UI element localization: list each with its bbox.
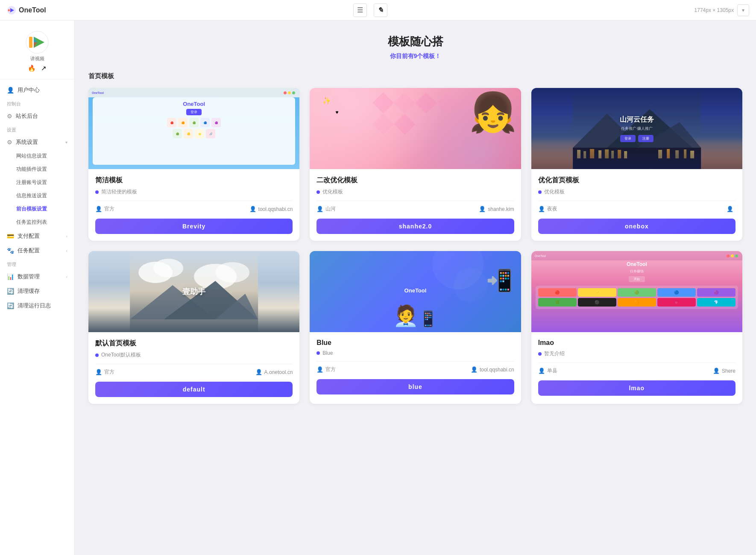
sidebar-item-data-management[interactable]: 📊 数据管理 ‹ bbox=[0, 269, 74, 284]
imao-icon-9: 💗 bbox=[657, 298, 696, 307]
template-title-erga: 二改优化模板 bbox=[316, 176, 514, 185]
sidebar-sub-push[interactable]: 信息推送设置 bbox=[0, 189, 74, 202]
template-btn-erga[interactable]: shanhe2.0 bbox=[316, 219, 514, 234]
template-btn-blue[interactable]: blue bbox=[316, 379, 514, 394]
author-name-blue: 官方 bbox=[325, 366, 336, 373]
thumb-icon-2: 🟠 bbox=[178, 118, 188, 127]
data-icon: 📊 bbox=[7, 273, 14, 280]
thumb-mountain-bg: 山河云任务 任务推广·赚人推广 登录 注册 bbox=[531, 88, 742, 169]
onetool-logo-icon bbox=[7, 6, 16, 15]
template-thumb-optimized: 山河云任务 bbox=[531, 88, 742, 169]
svg-marker-8 bbox=[372, 92, 394, 114]
thumb-icons-row-2: 🟢 🟡 ⭐ 🔗 bbox=[173, 129, 215, 138]
divider-default bbox=[95, 364, 293, 364]
fire-icon[interactable]: 🔥 bbox=[28, 64, 36, 72]
author-icon-brevity: 👤 bbox=[95, 206, 102, 212]
clear-cache-icon: 🔄 bbox=[7, 288, 14, 295]
template-title-default: 默认首页模板 bbox=[95, 339, 293, 348]
template-btn-imao[interactable]: lmao bbox=[538, 380, 735, 396]
anime-heart: ♥ bbox=[335, 109, 338, 115]
link-text-default: A.onetool.cn bbox=[264, 369, 293, 375]
svg-marker-12 bbox=[372, 114, 394, 135]
sidebar-item-label: 任务配置 bbox=[18, 247, 40, 254]
window-dots-brevity bbox=[284, 91, 295, 94]
settings-icon: ⚙ bbox=[7, 139, 12, 146]
sidebar-item-user-center[interactable]: 👤 用户中心 bbox=[0, 83, 74, 97]
task-icon: 🐾 bbox=[7, 247, 14, 254]
blue-figures: 🧑‍💼 📱 bbox=[393, 304, 438, 328]
sidebar-item-system-settings[interactable]: ⚙ 系统设置 ▾ bbox=[0, 135, 74, 149]
svg-point-36 bbox=[215, 262, 249, 283]
sidebar-item-label: 用户中心 bbox=[18, 86, 40, 94]
default-main-text: 壹助手 bbox=[182, 286, 205, 297]
desc-text-imao: 暂无介绍 bbox=[544, 350, 565, 357]
divider-imao bbox=[538, 362, 735, 363]
desc-text-blue: Blue bbox=[322, 350, 333, 356]
thumb-simple-bg: OneTool 登录 🔴 🟠 🟢 🔵 🟣 🟢 bbox=[88, 88, 299, 169]
user-icon: 👤 bbox=[7, 87, 14, 93]
template-btn-optimized[interactable]: onebox bbox=[538, 219, 735, 234]
template-title-imao: lmao bbox=[538, 339, 735, 347]
dot-imao bbox=[538, 352, 542, 356]
author-name-imao: 单县 bbox=[547, 367, 557, 374]
template-desc-imao: 暂无介绍 bbox=[538, 350, 735, 357]
mountain-btn-1: 登录 bbox=[620, 135, 636, 142]
sidebar-sub-site-info[interactable]: 网站信息设置 bbox=[0, 149, 74, 163]
link-icon-optimized: 👤 bbox=[727, 206, 733, 212]
svg-point-41 bbox=[454, 268, 488, 302]
template-desc-brevity: 简洁轻便的模板 bbox=[95, 188, 293, 196]
svg-point-2 bbox=[8, 9, 10, 11]
svg-marker-13 bbox=[394, 114, 415, 135]
imao-icon-grid: 🔴 ⭐ 🟢 🔵 🟣 🌿 ⚫ 🟠 💗 💎 bbox=[536, 286, 738, 309]
svg-marker-9 bbox=[394, 92, 415, 114]
template-meta-default: 👤 官方 👤 A.onetool.cn bbox=[95, 368, 293, 376]
sidebar-item-label: 支付配置 bbox=[18, 232, 40, 240]
sidebar-item-task-config[interactable]: 🐾 任务配置 ‹ bbox=[0, 243, 74, 258]
sidebar-item-clear-cache[interactable]: 🔄 清理缓存 bbox=[0, 284, 74, 298]
main-content: 模板随心搭 你目前有9个模板！ 首页模板 OneTool bbox=[75, 20, 756, 555]
imao-icon-10: 💎 bbox=[697, 298, 735, 307]
divider-blue bbox=[316, 361, 514, 362]
template-btn-default[interactable]: default bbox=[95, 382, 293, 397]
mountain-btn-2: 注册 bbox=[638, 135, 653, 142]
sidebar-item-clear-logs[interactable]: 🔄 清理运行日志 bbox=[0, 298, 74, 313]
meta-link-optimized: 👤 bbox=[727, 206, 735, 212]
imao-icon-1: 🔴 bbox=[538, 288, 577, 297]
chevron-right-icon-2: ‹ bbox=[66, 248, 67, 253]
author-icon-optimized: 👤 bbox=[538, 206, 545, 212]
svg-rect-5 bbox=[29, 37, 32, 48]
dot-default bbox=[95, 353, 99, 357]
thumb-icons-row: 🔴 🟠 🟢 🔵 🟣 bbox=[167, 118, 221, 127]
sidebar-sub-plugin[interactable]: 功能插件设置 bbox=[0, 163, 74, 176]
dot-optimized bbox=[538, 190, 542, 194]
svg-point-34 bbox=[153, 259, 183, 278]
dot-green-brevity bbox=[292, 91, 295, 94]
sidebar-sub-register[interactable]: 注册账号设置 bbox=[0, 176, 74, 189]
share-icon[interactable]: ↗ bbox=[41, 64, 47, 72]
template-card-brevity: OneTool OneTool 登录 🔴 bbox=[88, 88, 299, 241]
thumb-anime-bg: 👧 ✨ ♥ bbox=[310, 88, 521, 169]
link-text-erga: shanhe.kim bbox=[488, 206, 514, 212]
link-icon-erga: 👤 bbox=[479, 206, 486, 212]
pen-button[interactable]: ✎ bbox=[374, 3, 387, 17]
resolution-label: 1774px × 1305px bbox=[694, 7, 734, 13]
chevron-down-icon: ▾ bbox=[65, 140, 67, 145]
topbar: OneTool ☰ ✎ 1774px × 1305px ▾ bbox=[0, 0, 756, 20]
meta-author-blue: 👤 官方 bbox=[316, 366, 336, 373]
template-btn-brevity[interactable]: Brevity bbox=[95, 219, 293, 234]
dot-green-imao bbox=[735, 254, 738, 257]
sidebar-sub-frontend-template[interactable]: 前台模板设置 bbox=[0, 202, 74, 216]
template-thumb-brevity: OneTool OneTool 登录 🔴 bbox=[88, 88, 299, 169]
sidebar-sub-task-monitor[interactable]: 任务监控列表 bbox=[0, 216, 74, 229]
divider-optimized bbox=[538, 201, 735, 201]
chevron-right-icon: ‹ bbox=[66, 234, 67, 239]
thumb-icon-6: 🟢 bbox=[173, 129, 182, 138]
sidebar-group-settings: 设置 bbox=[0, 123, 74, 135]
sidebar-item-admin[interactable]: ⚙ 站长后台 bbox=[0, 109, 74, 123]
imao-icon-2: ⭐ bbox=[578, 288, 616, 297]
hamburger-button[interactable]: ☰ bbox=[353, 3, 367, 17]
sidebar-item-payment-config[interactable]: 💳 支付配置 ‹ bbox=[0, 229, 74, 243]
dot-erga bbox=[316, 190, 320, 194]
topbar-dropdown-button[interactable]: ▾ bbox=[737, 4, 749, 16]
anime-star: ✨ bbox=[322, 96, 331, 105]
